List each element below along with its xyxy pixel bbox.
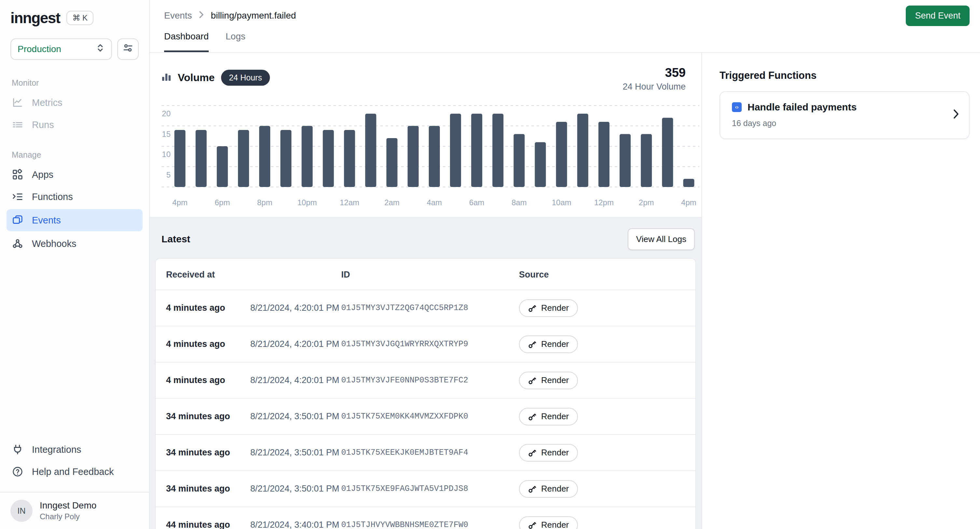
triggered-functions-title: Triggered Functions [719, 70, 970, 81]
sidebar-item-label: Runs [32, 120, 54, 130]
event-id: 01J5TMY3VJFE0NNP0S3BTE7FC2 [339, 376, 519, 385]
sidebar-item-events[interactable]: Events [6, 209, 143, 231]
environment-settings-button[interactable] [117, 38, 139, 60]
functions-icon [12, 191, 24, 202]
received-relative: 34 minutes ago [166, 411, 245, 422]
source-badge: Render [519, 336, 578, 353]
column-source: Source [519, 270, 685, 280]
tab-logs[interactable]: Logs [226, 31, 245, 52]
table-row[interactable]: 44 minutes ago 8/21/2024, 3:40:01 PM 01J… [156, 507, 695, 529]
topbar: Events billing/payment.failed Send Event [150, 0, 980, 31]
send-event-button[interactable]: Send Event [906, 6, 970, 26]
table-row[interactable]: 4 minutes ago 8/21/2024, 4:20:01 PM 01J5… [156, 326, 695, 362]
source-badge: Render [519, 444, 578, 462]
user-menu[interactable]: IN Inngest Demo Charly Poly [0, 492, 149, 529]
event-id: 01J5TK75XEM0KK4MVMZXXFDPK0 [339, 412, 519, 421]
column-id: ID [339, 270, 519, 280]
function-last-run: 16 days ago [732, 119, 943, 128]
sidebar-item-label: Webhooks [32, 239, 76, 249]
sidebar-item-label: Metrics [32, 97, 62, 108]
triggered-function-card[interactable]: ‹› Handle failed payments 16 days ago [719, 91, 970, 139]
nav-section-manage: Manage [12, 150, 149, 159]
received-relative: 4 minutes ago [166, 339, 245, 349]
sliders-icon [123, 43, 133, 56]
latest-title: Latest [161, 234, 190, 245]
nav-section-monitor: Monitor [12, 78, 149, 88]
sidebar: inngest ⌘ K Production [0, 0, 150, 529]
table-row[interactable]: 34 minutes ago 8/21/2024, 3:50:01 PM 01J… [156, 470, 695, 507]
command-k-shortcut[interactable]: ⌘ K [67, 11, 94, 25]
received-relative: 44 minutes ago [166, 520, 245, 529]
latest-section: Latest View All Logs Received at ID Sour… [150, 217, 701, 529]
breadcrumb-events-link[interactable]: Events [164, 10, 192, 21]
source-badge: Render [519, 516, 578, 529]
user-name: Charly Poly [40, 512, 96, 521]
event-id: 01J5TMY3VJTZ2QG74QCC5RP1Z8 [339, 303, 519, 313]
table-row[interactable]: 4 minutes ago 8/21/2024, 4:20:01 PM 01J5… [156, 290, 695, 326]
sidebar-item-label: Apps [32, 169, 53, 180]
sidebar-nav: Monitor Metrics Runs Manage [0, 60, 149, 438]
source-badge: Render [519, 408, 578, 425]
sidebar-item-apps[interactable]: Apps [0, 164, 149, 186]
sidebar-item-runs[interactable]: Runs [0, 114, 149, 136]
inngest-logo: inngest [10, 9, 60, 27]
function-name: Handle failed payments [748, 102, 857, 113]
svg-text:2pm: 2pm [639, 198, 654, 207]
svg-text:20: 20 [162, 109, 170, 118]
user-org: Inngest Demo [40, 500, 96, 511]
sidebar-item-help[interactable]: Help and Feedback [0, 460, 149, 483]
svg-text:10pm: 10pm [297, 198, 317, 207]
environment-select[interactable]: Production [10, 38, 112, 60]
plug-icon [12, 444, 24, 456]
main-area: Events billing/payment.failed Send Event… [150, 0, 980, 529]
table-row[interactable]: 34 minutes ago 8/21/2024, 3:50:01 PM 01J… [156, 434, 695, 470]
key-icon [528, 413, 536, 421]
key-icon [528, 449, 536, 457]
tabbar: Dashboard Logs [150, 31, 980, 53]
table-row[interactable]: 4 minutes ago 8/21/2024, 4:20:01 PM 01J5… [156, 362, 695, 398]
events-icon [12, 214, 24, 226]
key-icon [528, 376, 536, 385]
event-id: 01J5TK75XE9FAGJWTA5V1PDJS8 [339, 484, 519, 494]
received-datetime: 8/21/2024, 3:50:01 PM [245, 411, 339, 422]
tab-dashboard[interactable]: Dashboard [164, 31, 209, 52]
table-row[interactable]: 34 minutes ago 8/21/2024, 3:50:01 PM 01J… [156, 398, 695, 434]
received-datetime: 8/21/2024, 4:20:01 PM [245, 375, 339, 386]
sidebar-item-integrations[interactable]: Integrations [0, 438, 149, 460]
svg-text:5: 5 [166, 170, 170, 179]
view-all-logs-button[interactable]: View All Logs [628, 228, 695, 250]
sidebar-item-metrics[interactable]: Metrics [0, 92, 149, 114]
apps-icon [12, 169, 24, 180]
table-header-row: Received at ID Source [156, 259, 695, 290]
volume-panel: Volume 24 Hours 359 24 Hour Volume 51015… [150, 53, 701, 217]
volume-total-label: 24 Hour Volume [622, 82, 686, 92]
key-icon [528, 485, 536, 493]
chevron-right-icon [953, 109, 959, 121]
triggered-functions-panel: Triggered Functions ‹› Handle failed pay… [702, 53, 980, 529]
sidebar-item-label: Functions [32, 191, 73, 202]
webhooks-icon [12, 238, 24, 250]
sidebar-item-label: Integrations [32, 444, 81, 455]
sidebar-item-webhooks[interactable]: Webhooks [0, 233, 149, 255]
received-relative: 34 minutes ago [166, 484, 245, 494]
svg-text:10am: 10am [552, 198, 571, 207]
received-relative: 4 minutes ago [166, 303, 245, 313]
sidebar-item-functions[interactable]: Functions [0, 186, 149, 208]
received-datetime: 8/21/2024, 3:50:01 PM [245, 484, 339, 494]
sidebar-item-label: Events [32, 215, 61, 226]
svg-text:12pm: 12pm [594, 198, 614, 207]
volume-chart: 51015204pm6pm8pm10pm12am2am4am6am8am10am… [161, 98, 702, 214]
source-badge: Render [519, 300, 578, 317]
event-id: 01J5TMY3VJGQ1WRYRRXQXTRYP9 [339, 339, 519, 349]
bar-chart-icon [161, 72, 171, 84]
received-datetime: 8/21/2024, 3:50:01 PM [245, 448, 339, 458]
volume-total: 359 [622, 66, 686, 80]
app-window: inngest ⌘ K Production [0, 0, 980, 529]
time-range-badge[interactable]: 24 Hours [221, 70, 270, 86]
key-icon [528, 340, 536, 349]
svg-text:4pm: 4pm [172, 198, 188, 207]
help-icon [12, 466, 24, 478]
sidebar-item-label: Help and Feedback [32, 467, 114, 477]
column-received-at: Received at [166, 270, 245, 280]
runs-icon [12, 119, 24, 131]
